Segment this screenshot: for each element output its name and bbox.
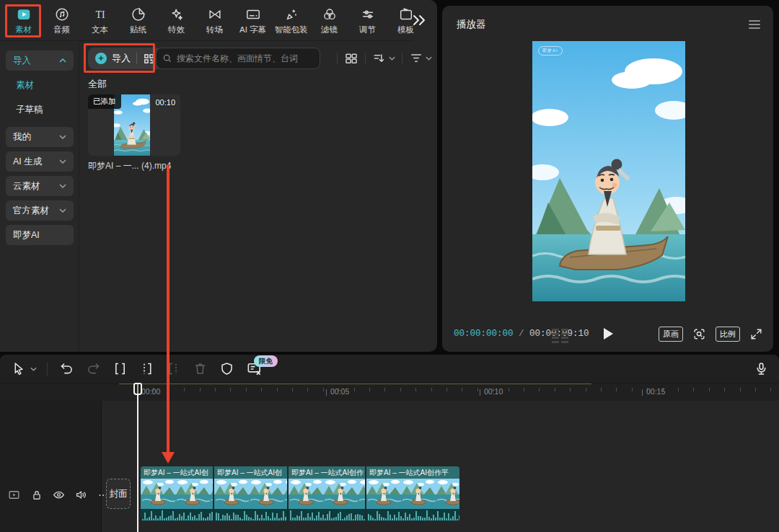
select-tool-button[interactable] [12, 361, 37, 376]
sidebar-group-jimeng-ai[interactable]: 即梦AI [6, 225, 74, 245]
player-menu-icon[interactable] [749, 20, 760, 31]
tab-label: 调节 [359, 25, 376, 35]
chevron-up-icon [59, 58, 66, 63]
sidebar-group-mine[interactable]: 我的 [6, 127, 74, 147]
tab-audio[interactable]: 音频 [43, 0, 81, 41]
tab-template[interactable]: 模板 [387, 0, 414, 41]
delete-button[interactable] [193, 361, 208, 376]
grid-view-icon[interactable] [344, 51, 358, 66]
tab-text[interactable]: TI 文本 [81, 0, 119, 41]
chevron-down-icon [59, 184, 66, 188]
sticker-icon [131, 6, 146, 22]
lock-track-icon[interactable] [30, 489, 43, 502]
tab-filter[interactable]: 滤镜 [310, 0, 348, 41]
ratio-button[interactable]: 比例 [716, 327, 740, 342]
free-badge: 限免 [254, 355, 278, 367]
preview-range-line [119, 384, 591, 384]
track-header-column [0, 401, 102, 532]
qr-code-icon[interactable] [143, 53, 155, 65]
tab-sticker[interactable]: 贴纸 [119, 0, 157, 41]
playhead-line [137, 383, 138, 532]
clip-title: 即梦AI – 一站式AI创 [141, 466, 213, 479]
filter-icon [322, 6, 338, 22]
sidebar-item-material[interactable]: 素材 [16, 79, 34, 92]
audio-waveform [141, 509, 213, 521]
tab-label: 贴纸 [130, 25, 146, 35]
redo-button[interactable] [86, 361, 101, 376]
original-quality-button[interactable]: 原画 [659, 327, 683, 342]
sidebar-group-ai-generate[interactable]: AI 生成 [6, 151, 74, 172]
player-title: 播放器 [457, 18, 486, 31]
ruler-label: 00:15 [642, 387, 665, 396]
ruler-label: 00:10 [480, 387, 503, 396]
tab-transition[interactable]: 转场 [195, 0, 234, 41]
tab-label: 音频 [53, 25, 70, 35]
time-separator: / [519, 329, 524, 339]
sidebar-group-cloud[interactable]: 云素材 [6, 176, 74, 196]
capcut-app: 素材 音频 TI 文本 贴纸 [0, 0, 779, 532]
sort-button[interactable] [372, 51, 395, 66]
sidebar-group-label: 导入 [13, 55, 31, 67]
undo-button[interactable] [59, 361, 74, 376]
svg-text:TI: TI [95, 9, 105, 19]
video-preview[interactable]: 即梦AI [532, 41, 685, 301]
tab-label: 素材 [15, 25, 32, 35]
audio-waveform [366, 509, 459, 521]
added-badge: 已添加 [88, 94, 121, 109]
clip-filmstrip [289, 479, 365, 509]
sidebar-group-label: 即梦AI [13, 229, 40, 241]
timeline-clip[interactable]: 即梦AI – 一站式AI创作平 [366, 466, 459, 521]
tab-ai-captions[interactable]: AI 字幕 [234, 0, 272, 41]
timeline-clip[interactable]: 即梦AI – 一站式AI创作 [289, 466, 365, 521]
play-button[interactable] [604, 328, 613, 340]
timeline-clip[interactable]: 即梦AI – 一站式AI创 [214, 466, 287, 521]
split-keep-right-button[interactable] [139, 361, 154, 376]
divider [365, 53, 366, 64]
current-time: 00:00:00:00 [454, 329, 514, 339]
sidebar-item-subdraft[interactable]: 子草稿 [16, 104, 43, 116]
text-icon: TI [92, 6, 108, 22]
playhead-handle[interactable] [133, 383, 142, 395]
toggle-visibility-icon[interactable] [52, 488, 66, 502]
timeline-panel: 限免 00:00 00:05 00:10 00:15 [0, 355, 779, 532]
player-controls: 00:00:00:00 / 00:00:09:10 原画 比例 [454, 325, 763, 345]
filter-button[interactable] [409, 51, 432, 66]
split-keep-left-button[interactable] [166, 361, 181, 376]
cover-button[interactable]: 封面 [106, 479, 131, 509]
timeline-ruler[interactable]: 00:00 00:05 00:10 00:15 [0, 384, 779, 401]
duration-badge: 00:10 [155, 98, 175, 107]
expand-toolbar-button[interactable] [411, 12, 428, 29]
fullscreen-icon[interactable] [749, 327, 763, 341]
tab-label: 文本 [92, 25, 108, 35]
tab-smart-package[interactable]: 智能包装 [272, 0, 310, 41]
sidebar-group-import[interactable]: 导入 [6, 50, 74, 71]
import-button[interactable]: + 导入 [88, 48, 162, 69]
tab-media[interactable]: 素材 [4, 0, 43, 41]
clip-filename: 即梦AI – 一... (4).mp4 [88, 160, 183, 172]
search-icon [162, 53, 172, 63]
mute-track-icon[interactable] [74, 488, 88, 502]
import-button-label: 导入 [112, 52, 131, 65]
sidebar-group-official[interactable]: 官方素材 [6, 200, 74, 221]
split-button[interactable] [113, 361, 128, 376]
sidebar-group-label: 官方素材 [13, 205, 49, 217]
media-clip-card[interactable]: 已添加 00:10 [88, 94, 180, 156]
chevron-down-icon [30, 367, 37, 371]
clip-filmstrip [214, 479, 287, 509]
timeline-toolbar [0, 355, 779, 384]
tab-adjust[interactable]: 调节 [348, 0, 387, 41]
search-input[interactable] [177, 53, 314, 63]
player-right-controls: 原画 比例 [659, 327, 763, 342]
tab-label: 特效 [168, 25, 185, 35]
chevron-down-icon [59, 159, 66, 164]
cover-button-label: 封面 [110, 488, 128, 500]
dual-view-icon[interactable] [552, 329, 568, 345]
frame-zoom-icon[interactable] [692, 327, 706, 341]
microphone-icon[interactable] [754, 361, 769, 376]
mask-shield-button[interactable] [219, 361, 234, 376]
ruler-ticks [138, 388, 779, 391]
adjust-icon [360, 6, 376, 22]
divider [136, 53, 137, 64]
tab-effects[interactable]: 特效 [157, 0, 195, 41]
timeline-clip[interactable]: 即梦AI – 一站式AI创 [141, 466, 213, 521]
